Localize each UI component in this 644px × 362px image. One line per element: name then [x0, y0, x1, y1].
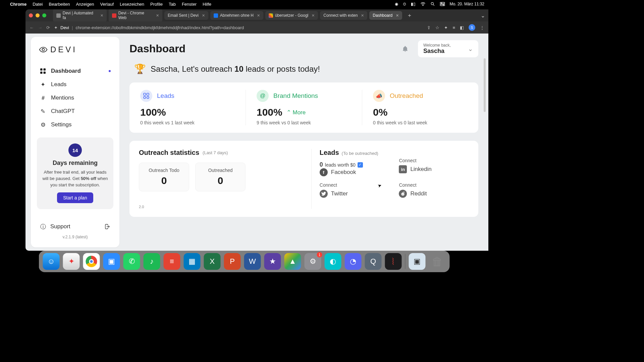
dock-settings[interactable]: ⚙1: [305, 253, 321, 270]
card-brand: @ Brand Mentions 100% ⌃ More 9 this week…: [246, 90, 362, 125]
dock-quicktime[interactable]: Q: [365, 253, 382, 270]
svg-rect-9: [44, 72, 46, 74]
dock-discord[interactable]: ◔: [345, 253, 362, 270]
close-icon[interactable]: ✕: [100, 13, 103, 18]
dock-spotify[interactable]: ♪: [144, 253, 160, 270]
hash-icon: ＃: [40, 95, 46, 101]
scrollbar[interactable]: [484, 58, 486, 112]
profile-avatar[interactable]: S: [469, 24, 475, 31]
dock-zoom[interactable]: ▣: [103, 253, 120, 270]
main-content: Dashboard Welcome back, Sascha ⌄ 🏆 Sasch…: [119, 34, 488, 251]
reading-list-icon[interactable]: ≡: [452, 25, 455, 30]
close-icon[interactable]: ✕: [361, 13, 364, 18]
tab-translator[interactable]: übersetzer - Googl✕: [265, 11, 318, 20]
bell-icon[interactable]: [402, 46, 409, 52]
dock-trash[interactable]: 🗑: [429, 253, 446, 270]
version-label: v.2.1.9 (latest): [37, 235, 113, 239]
logout-icon[interactable]: [104, 223, 111, 230]
chrome-menu-icon[interactable]: ⋮: [480, 25, 484, 30]
page-title: Dashboard: [129, 43, 185, 55]
forward-button[interactable]: →: [38, 25, 42, 30]
checkbox-icon[interactable]: ✓: [358, 162, 363, 168]
reload-button[interactable]: ⟳: [46, 25, 50, 30]
tab-overflow-icon[interactable]: ⌄: [481, 12, 485, 19]
social-reddit[interactable]: Reddit: [399, 190, 469, 198]
tab-devi-automated[interactable]: Devi | Automated fa✕: [53, 9, 107, 22]
sidebar-item-dashboard[interactable]: Dashboard: [37, 64, 113, 78]
tab-connect[interactable]: Connect with exten✕: [320, 11, 367, 20]
search-icon[interactable]: [430, 2, 435, 6]
dock-trello[interactable]: ▦: [184, 253, 201, 270]
record-icon[interactable]: ◉: [395, 2, 398, 6]
back-button[interactable]: ←: [30, 25, 34, 30]
dock-imovie[interactable]: ★: [264, 253, 281, 270]
dock-word[interactable]: W: [244, 253, 261, 270]
dock-finder[interactable]: ☺: [43, 253, 60, 270]
dock: ☺ ✦ ▣ ✆ ♪ ≡ ▦ X P W ★ ▲ ⚙1 ◐ ◔ Q ⦚ ▣ 🗑: [39, 251, 450, 272]
card-leads: Leads 100% 0 this week vs 1 last week: [129, 90, 246, 125]
dock-todoist[interactable]: ≡: [164, 253, 180, 270]
close-window[interactable]: [29, 13, 33, 17]
extensions-icon[interactable]: ✦: [444, 25, 448, 30]
dock-drive[interactable]: ▲: [284, 253, 301, 270]
svg-point-13: [147, 97, 149, 99]
new-tab-button[interactable]: ＋: [404, 12, 415, 19]
url-field[interactable]: ✦ Devi | chrome-extension://obofmdbkmind…: [54, 25, 423, 30]
social-facebook[interactable]: fFacebook: [320, 168, 390, 176]
tab-abnehmen[interactable]: Abnehmen ohne H✕: [210, 11, 263, 20]
dock-chrome[interactable]: [83, 253, 100, 270]
bookmark-icon[interactable]: ☆: [435, 25, 439, 30]
sidebar-item-leads[interactable]: ✦ Leads: [37, 78, 113, 91]
sidebar-item-mentions[interactable]: ＃ Mentions: [37, 91, 113, 105]
menu-anzeigen[interactable]: Anzeigen: [76, 2, 94, 7]
close-icon[interactable]: ✕: [156, 13, 159, 18]
dock-powerpoint[interactable]: P: [224, 253, 241, 270]
menu-tab[interactable]: Tab: [169, 2, 176, 7]
svg-rect-8: [40, 72, 43, 74]
dock-safari[interactable]: ✦: [63, 253, 80, 270]
battery-icon[interactable]: ▮▯: [411, 2, 416, 6]
menu-lesezeichen[interactable]: Lesezeichen: [120, 2, 144, 7]
start-plan-button[interactable]: Start a plan: [57, 192, 93, 203]
menu-bearbeiten[interactable]: Bearbeiten: [49, 2, 70, 7]
tab-dashboard[interactable]: Dashboard✕: [369, 11, 402, 20]
sidepanel-icon[interactable]: ◧: [460, 25, 464, 30]
play-icon[interactable]: ⊙: [403, 2, 406, 6]
svg-point-16: [404, 194, 404, 194]
welcome-dropdown[interactable]: Welcome back, Sascha ⌄: [418, 40, 478, 57]
dock-app-teal[interactable]: ◐: [325, 253, 341, 270]
svg-rect-11: [147, 93, 149, 96]
window-controls: [29, 13, 46, 17]
dock-voice-memos[interactable]: ⦚: [385, 253, 402, 270]
maximize-window[interactable]: [42, 13, 46, 17]
menu-hilfe[interactable]: Hilfe: [203, 2, 211, 7]
leads-icon: [140, 90, 152, 102]
dock-excel[interactable]: X: [204, 253, 221, 270]
wifi-icon[interactable]: [420, 2, 426, 6]
connect-label: Connect: [399, 158, 469, 163]
tab-email-sent[interactable]: Email Sent | Devi✕: [164, 11, 208, 20]
sidebar-item-settings[interactable]: ⚙ Settings: [37, 118, 113, 131]
dock-whatsapp[interactable]: ✆: [123, 253, 140, 270]
clock[interactable]: Mo. 20. März 11:32: [450, 2, 484, 6]
menubar-app[interactable]: Chrome: [10, 2, 26, 7]
close-icon[interactable]: ✕: [202, 13, 205, 18]
close-icon[interactable]: ✕: [257, 13, 260, 18]
support-link[interactable]: ⓘ Support: [37, 221, 113, 233]
menu-fenster[interactable]: Fenster: [182, 2, 197, 7]
menu-datei[interactable]: Datei: [33, 2, 43, 7]
menu-verlauf[interactable]: Verlauf: [100, 2, 114, 7]
close-icon[interactable]: ✕: [312, 13, 315, 18]
mac-menubar: Chrome Datei Bearbeiten Anzeigen Verlauf…: [0, 0, 488, 8]
dock-preview[interactable]: ▣: [409, 253, 426, 270]
share-icon[interactable]: ⇪: [427, 25, 431, 30]
social-twitter[interactable]: Twitter: [320, 190, 390, 198]
menu-profile[interactable]: Profile: [150, 2, 163, 7]
social-linkedin[interactable]: inLinkedin: [399, 165, 469, 173]
control-center-icon[interactable]: [440, 2, 445, 6]
more-link[interactable]: ⌃ More: [286, 109, 306, 116]
minimize-window[interactable]: [36, 13, 40, 17]
sidebar-item-chatgpt[interactable]: ✎ ChatGPT: [37, 105, 113, 118]
close-icon[interactable]: ✕: [396, 13, 399, 18]
tab-devi-chrome[interactable]: Devi - Chrome Web✕: [109, 9, 162, 22]
